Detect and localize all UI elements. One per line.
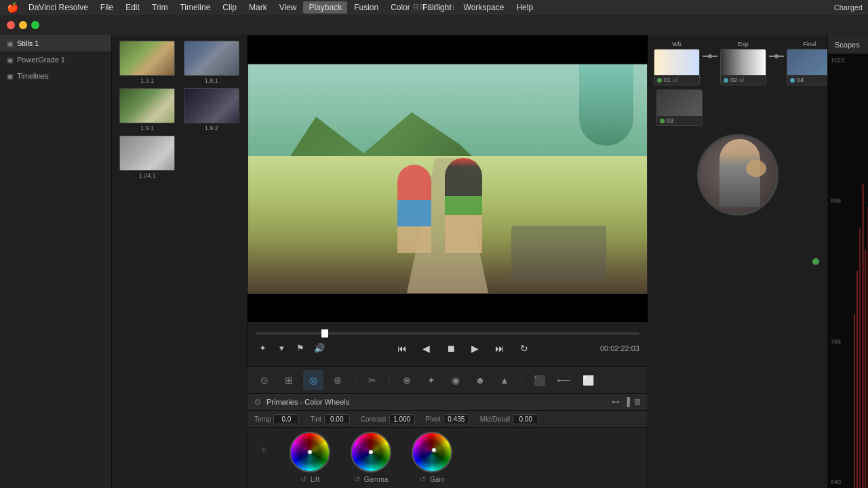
temp-value[interactable]: 0.0: [273, 414, 299, 424]
wb-suffix: ul: [673, 77, 677, 83]
lift-reset[interactable]: ↺: [300, 475, 307, 484]
menu-timeline[interactable]: Timeline: [174, 1, 216, 14]
audio-button[interactable]: 🔊: [313, 342, 326, 355]
wand-button[interactable]: ✦: [256, 342, 269, 355]
vfx-tool-button[interactable]: ✦: [421, 370, 441, 390]
menu-clip[interactable]: Clip: [217, 1, 242, 14]
menu-fusion[interactable]: Fusion: [349, 1, 384, 14]
play-button[interactable]: ▶: [467, 340, 484, 357]
contrast-value[interactable]: 1.000: [389, 414, 415, 424]
close-button[interactable]: [7, 21, 15, 29]
menu-mark[interactable]: Mark: [243, 1, 273, 14]
back-nav-button[interactable]: ⟵: [553, 370, 574, 390]
gallery-item[interactable]: 1.8.1: [182, 41, 242, 84]
node-03-label-row: 03: [657, 116, 702, 125]
color-tool-button[interactable]: ◎: [303, 370, 323, 390]
edit-tool-button[interactable]: ✂: [362, 370, 382, 390]
app-name-menu[interactable]: DaVinci Resolve: [23, 1, 94, 14]
final-node-header: Final: [803, 41, 816, 47]
delta-tool-button[interactable]: ▲: [494, 370, 515, 390]
sidebar-item-powergrade[interactable]: ▣ PowerGrade 1: [0, 52, 111, 68]
timelines-icon: ▣: [7, 73, 13, 80]
maximize-button[interactable]: [31, 21, 39, 29]
step-back-button[interactable]: ◀: [418, 340, 435, 357]
stills-icon: ▣: [7, 40, 13, 47]
face-tool-button[interactable]: ☻: [470, 370, 490, 390]
menu-trim[interactable]: Trim: [146, 1, 174, 14]
menu-playback[interactable]: Playback: [303, 1, 347, 14]
color-bars-button[interactable]: ▐: [624, 397, 630, 407]
bikes: [511, 226, 606, 280]
color-panel-title: Primaries - Color Wheels: [267, 398, 349, 406]
gallery-tool-button[interactable]: ⊙: [254, 370, 275, 390]
gallery-item[interactable]: 1.24.1: [117, 136, 178, 179]
apple-menu[interactable]: 🍎: [5, 1, 19, 14]
node-03-dot: [660, 119, 665, 123]
gallery-grid: 1.3.1 1.8.1 1.9.1 1.9.2 1.24.1: [117, 41, 241, 179]
clips-tool-button[interactable]: ⊞: [279, 370, 299, 390]
circle-viewer: [697, 134, 778, 216]
minimize-button[interactable]: [19, 21, 27, 29]
color-settings-button[interactable]: ⊠: [634, 397, 641, 407]
nodes-tool-button[interactable]: ⊕: [397, 370, 417, 390]
pivot-value[interactable]: 0.435: [443, 414, 469, 424]
exp-node[interactable]: 02 ul: [720, 49, 766, 85]
color-panel-header: ⊙ Primaries - Color Wheels ⊷ ▐ ⊠: [248, 394, 648, 411]
transport-left-tools: ✦ ▾ ⚑ 🔊: [256, 342, 326, 355]
gallery-item[interactable]: 1.9.1: [117, 88, 178, 131]
add-wheel-button[interactable]: ＋: [258, 443, 269, 457]
menu-color[interactable]: Color: [385, 1, 416, 14]
right-panel: Wb 01 ul: [648, 35, 827, 488]
lift-wheel[interactable]: [290, 432, 330, 472]
menu-workspace[interactable]: Workspace: [458, 1, 510, 14]
flag-button[interactable]: ⚑: [294, 342, 307, 355]
stop-button[interactable]: ⏹: [443, 340, 459, 357]
menu-file[interactable]: File: [95, 1, 119, 14]
color-scope-button[interactable]: ⊷: [612, 397, 620, 407]
gain-wheel[interactable]: [412, 432, 452, 472]
timelines-label: Timelines: [17, 72, 49, 80]
loop-button[interactable]: ↻: [516, 340, 532, 357]
node-03[interactable]: 03: [656, 89, 703, 126]
skip-to-end-button[interactable]: ⏭: [492, 340, 508, 357]
fx-tool-button[interactable]: ⊛: [328, 370, 348, 390]
node-connector-1: [703, 54, 717, 58]
gain-reset[interactable]: ↺: [420, 475, 426, 484]
final-node[interactable]: 04: [787, 49, 827, 85]
scopes-title: Scopes: [835, 41, 860, 49]
exp-thumb: [721, 49, 766, 75]
dropdown-button[interactable]: ▾: [275, 342, 288, 355]
sidebar-item-timelines[interactable]: ▣ Timelines: [0, 68, 111, 84]
wb-node-header: Wb: [672, 41, 682, 47]
circle-viewer-container: [654, 131, 822, 218]
node-connector-2: [769, 54, 784, 58]
menu-edit[interactable]: Edit: [120, 1, 145, 14]
menu-help[interactable]: Help: [511, 1, 538, 14]
stills-label: Stills 1: [17, 39, 39, 47]
thumb-label-5: 1.24.1: [139, 172, 156, 179]
thumbnail-1-24-1: [119, 136, 175, 171]
gamma-reset[interactable]: ↺: [354, 475, 360, 484]
gallery-item[interactable]: 1.9.2: [182, 88, 242, 131]
target-tool-button[interactable]: ◉: [446, 370, 466, 390]
gamma-wheel[interactable]: [351, 432, 391, 472]
svg-rect-1: [856, 271, 858, 488]
sidebar-item-stills1[interactable]: ▣ Stills 1: [0, 35, 111, 52]
scope-view-button[interactable]: ⬛: [529, 370, 549, 390]
pivot-label: Pivot: [426, 415, 441, 423]
gallery-item[interactable]: 1.3.1: [117, 41, 178, 84]
box-tool-button[interactable]: ⬜: [578, 370, 598, 390]
menu-view[interactable]: View: [274, 1, 302, 14]
window-controls: [7, 21, 39, 29]
menu-right-area: Charged: [834, 3, 863, 12]
tint-value[interactable]: 0.00: [324, 414, 350, 424]
titlebar: [0, 15, 868, 35]
skip-to-start-button[interactable]: ⏮: [394, 340, 410, 357]
middetail-value[interactable]: 0.00: [513, 414, 538, 424]
timeline-scrubber[interactable]: [256, 332, 639, 335]
gamma-label: Gamma: [364, 476, 389, 483]
timecode-display: 00:02:22:03: [600, 344, 639, 352]
thumbnail-1-8-1: [184, 41, 239, 76]
wb-node[interactable]: 01 ul: [654, 49, 700, 85]
powergrade-icon: ▣: [7, 56, 13, 64]
